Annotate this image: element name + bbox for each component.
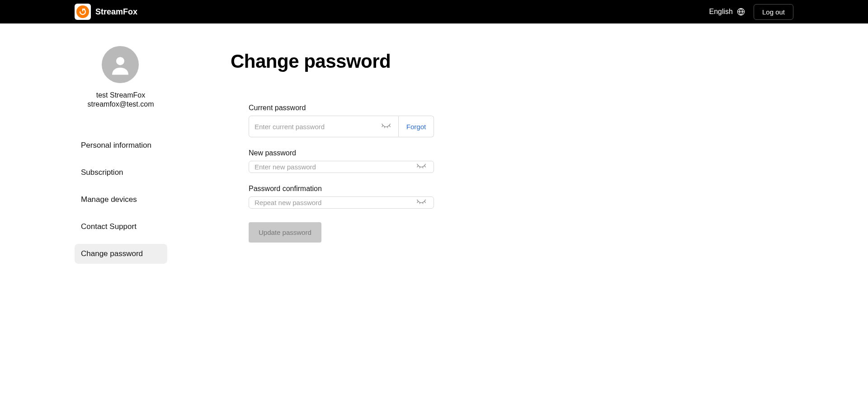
brand[interactable]: StreamFox <box>75 4 137 20</box>
user-name: test StreamFox <box>75 91 167 99</box>
new-password-label: New password <box>249 149 434 157</box>
eye-closed-icon <box>416 163 426 169</box>
brand-name: StreamFox <box>95 7 137 17</box>
toggle-new-password-visibility[interactable] <box>415 161 428 173</box>
container: test StreamFox streamfox@test.com Person… <box>0 23 705 264</box>
change-password-form: Current password Forgot <box>249 104 434 243</box>
main: Change password Current password Fo <box>231 23 705 264</box>
topbar-right: English Log out <box>709 4 793 20</box>
language-selector[interactable]: English <box>709 7 745 16</box>
user-email: streamfox@test.com <box>75 100 167 108</box>
language-label: English <box>709 8 732 16</box>
brand-logo <box>75 4 91 20</box>
user-block: test StreamFox streamfox@test.com <box>75 91 167 108</box>
nav-change-password[interactable]: Change password <box>75 244 167 264</box>
current-password-group: Current password Forgot <box>249 104 434 137</box>
sidebar-nav: Personal information Subscription Manage… <box>75 135 231 264</box>
sidebar: test StreamFox streamfox@test.com Person… <box>75 23 231 264</box>
current-password-label: Current password <box>249 104 434 112</box>
current-password-input-wrap <box>249 116 399 137</box>
confirm-password-label: Password confirmation <box>249 185 434 193</box>
eye-closed-icon <box>381 123 391 129</box>
forgot-password-button[interactable]: Forgot <box>399 116 434 137</box>
nav-contact-support[interactable]: Contact Support <box>75 217 167 237</box>
svg-point-1 <box>116 57 124 65</box>
page-title: Change password <box>231 51 705 72</box>
confirm-password-group: Password confirmation <box>249 185 434 209</box>
globe-icon <box>736 7 745 16</box>
avatar <box>102 46 139 83</box>
current-password-input[interactable] <box>255 123 379 131</box>
eye-closed-icon <box>416 199 426 205</box>
update-password-button[interactable]: Update password <box>249 222 321 243</box>
new-password-input-wrap <box>249 161 434 173</box>
confirm-password-input[interactable] <box>255 199 415 206</box>
nav-subscription[interactable]: Subscription <box>75 163 167 182</box>
avatar-icon <box>108 52 132 77</box>
topbar: StreamFox English Log out <box>0 0 868 23</box>
toggle-confirm-password-visibility[interactable] <box>415 197 428 208</box>
nav-manage-devices[interactable]: Manage devices <box>75 190 167 210</box>
confirm-password-input-wrap <box>249 196 434 209</box>
new-password-input[interactable] <box>255 163 415 171</box>
nav-personal-information[interactable]: Personal information <box>75 135 167 155</box>
toggle-current-password-visibility[interactable] <box>379 121 393 132</box>
new-password-group: New password <box>249 149 434 173</box>
logout-button[interactable]: Log out <box>754 4 793 20</box>
brand-logo-icon <box>76 5 89 18</box>
